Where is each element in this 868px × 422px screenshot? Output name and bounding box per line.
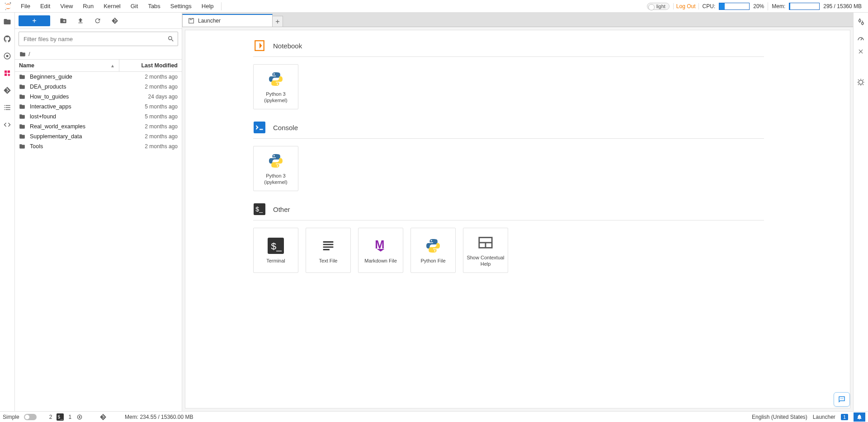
notebook-section-icon: [253, 39, 266, 52]
upload-icon[interactable]: [76, 17, 85, 24]
card-contextual-help[interactable]: Show Contextual Help: [463, 228, 508, 273]
status-git-icon[interactable]: [99, 413, 107, 421]
python-icon: [425, 237, 441, 255]
file-name: Beginners_guide: [30, 74, 119, 80]
menu-file[interactable]: File: [16, 1, 35, 11]
property-inspector-icon[interactable]: [856, 17, 865, 26]
tab-launcher[interactable]: Launcher: [182, 14, 273, 27]
menu-kernel[interactable]: Kernel: [99, 1, 125, 11]
file-modified: 2 months ago: [119, 143, 178, 150]
sort-caret-icon: ▲: [110, 63, 115, 68]
extensions-icon[interactable]: [3, 69, 12, 78]
terminal-icon: [268, 237, 284, 255]
cpu-bar: [719, 3, 750, 10]
new-launcher-button[interactable]: +: [19, 15, 50, 26]
file-list-header: Name▲ Last Modified: [15, 59, 182, 72]
card-textfile[interactable]: Text File: [306, 228, 351, 273]
menu-run[interactable]: Run: [78, 1, 98, 11]
notification-count[interactable]: 1: [841, 414, 848, 420]
file-row[interactable]: lost+found5 months ago: [15, 112, 182, 122]
menu-view[interactable]: View: [56, 1, 77, 11]
file-row[interactable]: Tools2 months ago: [15, 141, 182, 151]
debugger-icon[interactable]: [856, 78, 865, 87]
refresh-icon[interactable]: [94, 17, 102, 24]
file-row[interactable]: DEA_products2 months ago: [15, 82, 182, 92]
section-title-notebook: Notebook: [273, 42, 302, 50]
folder-icon: [19, 94, 27, 100]
python-icon: [268, 152, 284, 170]
theme-toggle[interactable]: light: [647, 3, 670, 10]
file-name: DEA_products: [30, 84, 119, 90]
card-console-python3[interactable]: Python 3 (ipykernel): [253, 146, 298, 191]
file-modified: 5 months ago: [119, 113, 178, 120]
add-tab-button[interactable]: +: [272, 16, 283, 27]
svg-point-23: [840, 399, 841, 399]
menu-help[interactable]: Help: [197, 1, 218, 11]
card-notebook-python3[interactable]: Python 3 (ipykernel): [253, 64, 298, 109]
card-pythonfile[interactable]: Python File: [410, 228, 456, 273]
menubar: FileEditViewRunKernelGitTabsSettingsHelp…: [0, 0, 868, 13]
code-icon[interactable]: [3, 120, 12, 129]
file-row[interactable]: Beginners_guide2 months ago: [15, 72, 182, 82]
file-name: lost+found: [30, 113, 119, 120]
mem-bar: [789, 3, 820, 10]
folder-icon[interactable]: [3, 17, 12, 26]
menu-git[interactable]: Git: [126, 1, 143, 11]
search-icon: [167, 35, 175, 42]
col-name[interactable]: Name▲: [15, 60, 119, 71]
file-row[interactable]: Interactive_apps5 months ago: [15, 102, 182, 112]
svg-point-24: [841, 399, 842, 399]
dask-gauge-icon[interactable]: [856, 34, 865, 43]
status-count-a: 2: [49, 414, 52, 420]
status-kernel-icon[interactable]: [76, 413, 83, 421]
folder-icon: [19, 74, 27, 80]
menu-tabs[interactable]: Tabs: [143, 1, 165, 11]
menu-settings[interactable]: Settings: [166, 1, 196, 11]
col-modified[interactable]: Last Modified: [119, 60, 182, 71]
statusbar: Simple 2 $_ 1 Mem: 234.55 / 15360.00 MB …: [0, 411, 868, 422]
menubar-right: light Log Out CPU: 20% Mem: 295 / 15360 …: [647, 2, 866, 10]
feedback-button[interactable]: [834, 392, 850, 407]
contextual-help-icon: [478, 234, 493, 252]
mem-text: 295 / 15360 MB: [823, 3, 862, 9]
new-folder-icon[interactable]: [59, 17, 67, 24]
bell-icon[interactable]: [854, 413, 865, 422]
svg-point-22: [79, 416, 80, 418]
section-title-console: Console: [273, 124, 298, 131]
file-row[interactable]: How_to_guides24 days ago: [15, 92, 182, 102]
svg-point-20: [859, 80, 863, 84]
logout-link[interactable]: Log Out: [673, 3, 699, 9]
menu-edit[interactable]: Edit: [36, 1, 55, 11]
running-icon[interactable]: [3, 52, 12, 61]
file-modified: 2 months ago: [119, 84, 178, 90]
git-sidebar-icon[interactable]: [111, 17, 119, 24]
section-other: Other Terminal Text File Markdown File: [253, 203, 764, 273]
file-modified: 5 months ago: [119, 103, 178, 110]
file-modified: 24 days ago: [119, 94, 178, 100]
jupyter-logo-icon: [4, 2, 13, 11]
svg-rect-16: [6, 55, 9, 57]
section-console: Console Python 3 (ipykernel): [253, 121, 764, 191]
file-row[interactable]: Supplementary_data2 months ago: [15, 131, 182, 141]
simple-label: Simple: [3, 414, 19, 420]
simple-toggle[interactable]: [24, 414, 37, 420]
breadcrumb[interactable]: /: [15, 49, 182, 59]
status-language[interactable]: English (United States): [752, 414, 807, 420]
file-name: Real_world_examples: [30, 123, 119, 130]
card-markdown[interactable]: Markdown File: [358, 228, 403, 273]
status-terminal-icon[interactable]: $_: [57, 413, 64, 421]
console-section-icon: [253, 121, 266, 134]
folder-icon: [19, 103, 27, 110]
markdown-icon: [373, 237, 388, 255]
svg-line-19: [861, 38, 862, 41]
toc-icon[interactable]: [3, 103, 12, 112]
file-name: Tools: [30, 143, 119, 150]
filter-input[interactable]: [19, 32, 178, 46]
close-panel-icon[interactable]: [856, 47, 865, 56]
github-icon[interactable]: [3, 34, 12, 43]
card-terminal[interactable]: Terminal: [253, 228, 298, 273]
breadcrumb-root[interactable]: /: [28, 51, 30, 57]
git-icon[interactable]: [3, 86, 12, 95]
file-name: Supplementary_data: [30, 133, 119, 140]
file-row[interactable]: Real_world_examples2 months ago: [15, 122, 182, 131]
